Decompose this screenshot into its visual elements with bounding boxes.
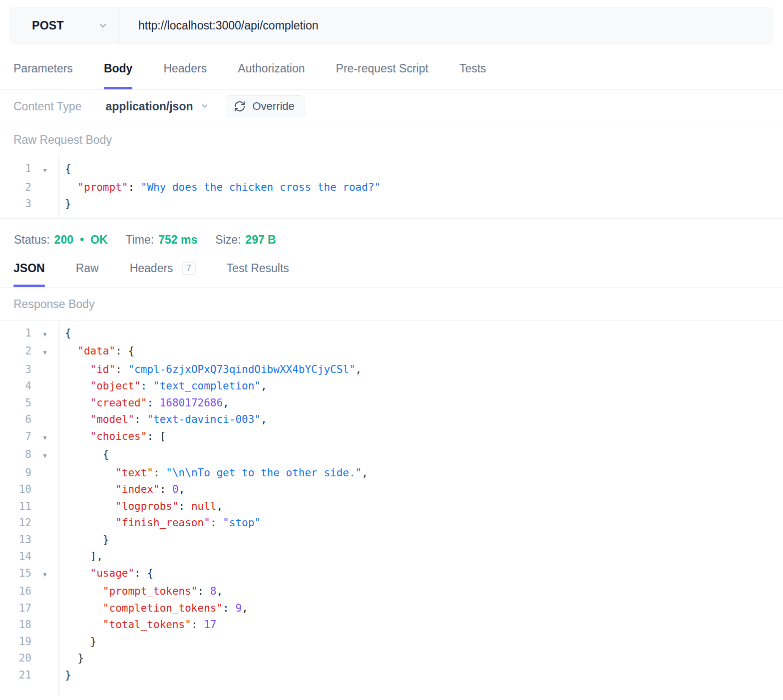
- status-code: 200: [54, 233, 73, 247]
- line-number: 13: [0, 532, 31, 549]
- response-body-heading: Response Body: [0, 288, 783, 321]
- line-number: 19: [0, 634, 31, 651]
- code-line: 11 "logprobs": null,: [0, 498, 783, 515]
- code-line: 13 }: [0, 532, 783, 549]
- tab-body[interactable]: Body: [104, 62, 133, 89]
- response-tabs: JSON Raw Headers 7 Test Results: [0, 262, 783, 288]
- line-number: 1: [0, 161, 31, 178]
- request-body-editor[interactable]: 1▼{2 "prompt": "Why does the chicken cro…: [0, 156, 783, 219]
- content-type-label: Content Type: [13, 100, 81, 113]
- code-content: "prompt": "Why does the chicken cross th…: [58, 179, 381, 196]
- code-content: "data": {: [58, 343, 134, 360]
- fold-arrow-icon[interactable]: ▼: [31, 430, 58, 447]
- code-line: 2 "prompt": "Why does the chicken cross …: [0, 179, 783, 196]
- code-line: 4 "object": "text_completion",: [0, 378, 783, 395]
- code-line: 16 "prompt_tokens": 8,: [0, 583, 783, 600]
- tab-authorization[interactable]: Authorization: [238, 62, 305, 89]
- line-number: 18: [0, 617, 31, 634]
- code-content: "choices": [: [58, 428, 166, 445]
- status-label: Status:: [14, 233, 50, 247]
- line-number: 20: [0, 650, 31, 667]
- code-line: 21}: [0, 667, 783, 684]
- code-content: {: [58, 446, 109, 463]
- status-group: Status: 200 • OK: [14, 233, 108, 247]
- gutter-divider: [58, 321, 59, 696]
- line-number: 16: [0, 583, 31, 600]
- code-content: ],: [58, 548, 103, 565]
- fold-arrow-icon[interactable]: ▼: [31, 327, 58, 344]
- tab-response-headers-label: Headers: [130, 262, 173, 275]
- line-number: 8: [0, 446, 31, 463]
- tab-tests[interactable]: Tests: [459, 62, 486, 89]
- code-content: "id": "cmpl-6zjxOPxQ73qindOibwXX4bYCjyCS…: [58, 361, 362, 378]
- code-line: 7▼ "choices": [: [0, 428, 783, 447]
- line-number: 5: [0, 395, 31, 412]
- content-type-row: Content Type application/json Override: [0, 90, 783, 123]
- code-content: "finish_reason": "stop": [58, 515, 261, 532]
- code-content: }: [58, 650, 84, 667]
- method-selector[interactable]: POST: [10, 7, 119, 43]
- fold-arrow-icon[interactable]: ▼: [31, 162, 58, 179]
- line-number: 15: [0, 565, 31, 582]
- content-type-value: application/json: [105, 100, 193, 113]
- headers-count-badge: 7: [182, 262, 196, 275]
- code-line: 17 "completion_tokens": 9,: [0, 600, 783, 617]
- code-line: 18 "total_tokens": 17: [0, 617, 783, 634]
- status-text: OK: [90, 233, 108, 247]
- code-line: 20 }: [0, 650, 783, 667]
- tab-response-headers[interactable]: Headers 7: [130, 262, 196, 287]
- response-body-editor[interactable]: 1▼{2▼ "data": {3 "id": "cmpl-6zjxOPxQ73q…: [0, 321, 783, 696]
- code-content: {: [58, 161, 71, 178]
- line-number: 14: [0, 548, 31, 565]
- tab-test-results[interactable]: Test Results: [227, 262, 289, 287]
- code-content: }: [58, 667, 71, 684]
- line-number: 11: [0, 498, 31, 515]
- override-button[interactable]: Override: [226, 95, 305, 117]
- code-line: 1▼{: [0, 161, 783, 179]
- url-input[interactable]: http://localhost:3000/api/completion: [119, 19, 319, 32]
- line-number: 3: [0, 196, 31, 213]
- tab-parameters[interactable]: Parameters: [13, 62, 73, 89]
- tab-headers[interactable]: Headers: [163, 62, 207, 89]
- line-number: 3: [0, 361, 31, 378]
- status-dot: •: [80, 233, 84, 247]
- response-status-row: Status: 200 • OK Time: 752 ms Size: 297 …: [0, 229, 783, 252]
- line-number: 17: [0, 600, 31, 617]
- code-content: "logprobs": null,: [58, 498, 223, 515]
- tab-pre-request-script[interactable]: Pre-request Script: [336, 62, 428, 89]
- line-number: 21: [0, 667, 31, 684]
- line-number: 2: [0, 343, 31, 360]
- code-content: "index": 0,: [58, 481, 185, 498]
- code-content: "usage": {: [58, 565, 153, 582]
- code-content: "text": "\n\nTo get to the other side.",: [58, 465, 368, 482]
- fold-arrow-icon[interactable]: ▼: [31, 567, 58, 584]
- tab-raw[interactable]: Raw: [76, 262, 99, 287]
- code-content: "created": 1680172686,: [58, 395, 229, 412]
- method-label: POST: [32, 19, 64, 32]
- time-value: 752 ms: [158, 233, 197, 247]
- code-content: {: [58, 325, 71, 342]
- code-line: 19 }: [0, 634, 783, 651]
- chevron-down-icon: [97, 20, 108, 31]
- code-line: 8▼ {: [0, 446, 783, 465]
- refresh-icon: [234, 100, 246, 112]
- fold-arrow-icon[interactable]: ▼: [31, 448, 58, 465]
- fold-arrow-icon[interactable]: ▼: [31, 345, 58, 361]
- content-type-select[interactable]: application/json: [105, 100, 211, 113]
- override-label: Override: [252, 100, 294, 113]
- line-number: 2: [0, 179, 31, 196]
- code-line: 6 "model": "text-davinci-003",: [0, 411, 783, 428]
- code-line: 10 "index": 0,: [0, 481, 783, 498]
- code-line: 5 "created": 1680172686,: [0, 395, 783, 412]
- code-line: 3}: [0, 196, 783, 213]
- size-label: Size:: [215, 233, 241, 247]
- size-group: Size: 297 B: [215, 233, 276, 247]
- code-content: "total_tokens": 17: [58, 617, 216, 634]
- tab-json[interactable]: JSON: [13, 262, 45, 287]
- code-line: 9 "text": "\n\nTo get to the other side.…: [0, 465, 783, 482]
- code-content: "completion_tokens": 9,: [58, 600, 248, 617]
- line-number: 10: [0, 481, 31, 498]
- code-line: 15▼ "usage": {: [0, 565, 783, 584]
- code-line: 3 "id": "cmpl-6zjxOPxQ73qindOibwXX4bYCjy…: [0, 361, 783, 378]
- line-number: 6: [0, 411, 31, 428]
